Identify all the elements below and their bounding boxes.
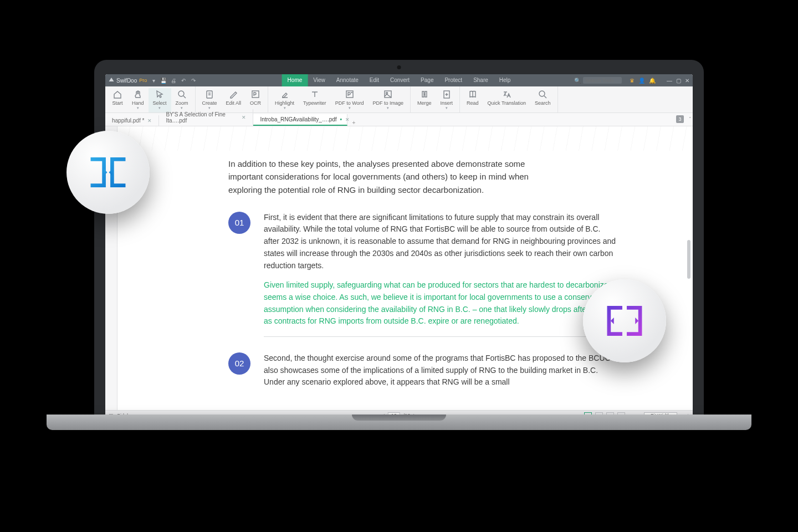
hl-icon [280,89,290,99]
crown-icon[interactable]: ♛ [630,78,635,84]
qa-dropdown-icon[interactable]: ▾ [150,77,157,84]
ribbon-quick-translation[interactable]: Quick Translation [483,88,531,112]
bell-icon[interactable]: 🔔 [649,78,656,84]
app-edition: Pro [139,78,147,83]
split-badge [583,279,666,362]
menu-annotate[interactable]: Annotate [331,74,364,86]
home-icon [112,89,122,99]
ribbon-read[interactable]: Read [462,88,483,112]
ribbon-pdf-to-word[interactable]: PDF to Word [331,88,369,112]
print-icon[interactable]: 🖨 [170,77,177,84]
merge-badge [66,131,150,214]
document-viewport[interactable]: In addition to these key points, the ana… [117,126,693,410]
tab-close-icon[interactable]: ✕ [147,118,152,124]
search-tools: 🔍 [574,77,622,84]
search-tools-icon: 🔍 [574,78,581,84]
main-menu: Home View Annotate Edit Convert Page Pro… [282,74,516,86]
svg-point-5 [386,93,388,94]
window-minimize[interactable]: — [667,78,672,84]
ribbon-pdf-to-image[interactable]: PDF to Image [368,88,408,112]
tab-label: Introba_RNGAvailability_….pdf [260,116,336,122]
pi-icon [383,89,393,99]
intro-paragraph: In addition to these key points, the ana… [228,157,539,196]
ribbon-label: Typewriter [303,100,326,106]
split-icon [604,300,645,341]
create-icon [204,89,214,99]
ribbon-label: Edit All [226,100,242,106]
document-tabs: happiful.pdf *✕BY'S A Selection of Fine … [105,113,693,126]
menu-help[interactable]: Help [494,74,516,86]
user-icon[interactable]: 👤 [638,78,645,84]
ribbon-label: PDF to Word [335,100,364,106]
ribbon-label: Read [467,100,479,106]
point-01: 01 First, it is evident that there are s… [228,212,616,337]
tab-dirty-icon: • [340,116,342,122]
tab-count[interactable]: 3 [676,115,684,123]
tab-close-icon[interactable]: ✕ [242,115,246,120]
app-name: SwifDoo [116,78,137,84]
ribbon-merge[interactable]: Merge [413,88,436,112]
point-02-text: Second, the thought exercise around some… [264,352,616,388]
menu-share[interactable]: Share [468,74,494,86]
ribbon-label: Select [153,100,167,106]
menu-home[interactable]: Home [282,74,308,86]
tab-add[interactable]: + [347,120,360,126]
document-tab[interactable]: Introba_RNGAvailability_….pdf•✕ [253,114,347,126]
tab-label: BY'S A Selection of Fine Ita….pdf [166,111,238,124]
window-maximize[interactable]: ▢ [676,78,681,84]
ribbon-label: Insert [441,100,453,106]
document-tab[interactable]: happiful.pdf *✕ [105,115,159,126]
ribbon-label: Quick Translation [488,100,526,106]
redo-icon[interactable]: ↷ [190,77,197,84]
point-badge-02: 02 [228,352,250,375]
laptop-base [47,415,751,430]
ribbon-label: Start [112,100,122,106]
ribbon-insert[interactable]: Insert [436,88,458,112]
point-02: 02 Second, the thought exercise around s… [228,352,616,396]
tabs-collapse-icon[interactable]: ˄ [689,116,692,122]
pw-icon [345,89,355,99]
window-close[interactable]: ✕ [685,78,689,84]
ribbon-label: Zoom [176,100,188,106]
trans-icon [502,89,511,99]
ribbon-label: Search [535,100,551,106]
menu-edit[interactable]: Edit [364,74,385,86]
menu-protect[interactable]: Protect [439,74,468,86]
insert-icon [442,89,452,99]
ribbon-hand[interactable]: Hand [127,88,149,112]
ribbon-label: Highlight [275,100,294,106]
menu-convert[interactable]: Convert [385,74,415,86]
ribbon-search[interactable]: Search [530,88,555,112]
cursor-icon [155,89,165,99]
merge-icon [420,89,429,99]
ribbon-label: Create [202,100,217,106]
save-icon[interactable]: 💾 [160,77,167,84]
search-icon [538,89,548,99]
ribbon-typewriter[interactable]: Typewriter [299,88,331,112]
svg-point-0 [178,91,184,96]
undo-icon[interactable]: ↶ [180,77,187,84]
type-icon [310,89,320,99]
hand-icon [133,89,143,99]
point-01-highlight: Given limited supply, safeguarding what … [264,279,616,328]
point-01-text: First, it is evident that there are sign… [264,212,616,272]
read-icon [468,89,478,99]
menu-view[interactable]: View [308,74,331,86]
tab-label: happiful.pdf * [112,117,144,124]
app-brand: SwifDoo Pro [109,78,147,84]
edit-icon [228,89,238,99]
document-tab[interactable]: BY'S A Selection of Fine Ita….pdf✕ [159,109,253,126]
divider [264,336,616,337]
ribbon-highlight[interactable]: Highlight [270,88,299,112]
search-tools-input[interactable] [583,77,622,84]
ribbon-label: Merge [417,100,432,106]
ribbon-start[interactable]: Start [108,88,127,112]
app-logo-icon [109,78,114,83]
app-window: SwifDoo Pro ▾ 💾 🖨 ↶ ↷ Home View Annotate… [105,74,693,420]
menubar: SwifDoo Pro ▾ 💾 🖨 ↶ ↷ Home View Annotate… [105,74,693,86]
scrollbar-thumb[interactable] [687,240,690,279]
svg-point-7 [539,91,545,96]
menu-page[interactable]: Page [415,74,439,86]
laptop-camera [397,65,401,69]
ocr-icon [250,89,260,99]
